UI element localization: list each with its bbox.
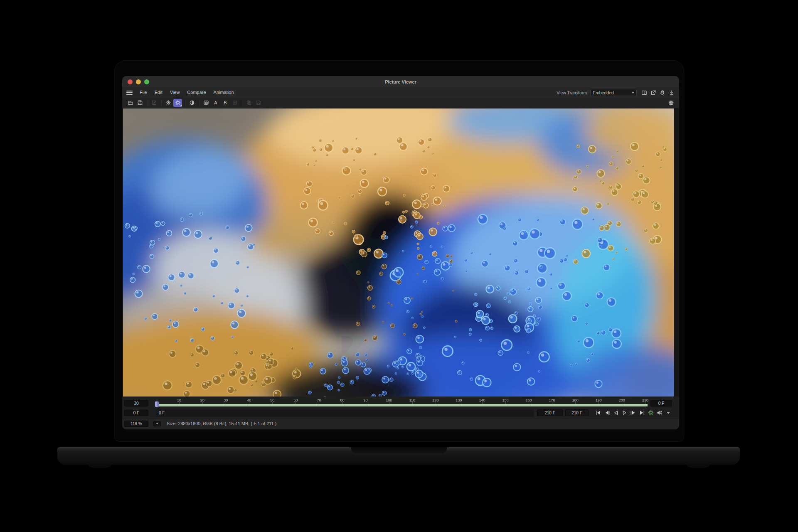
menu-compare[interactable]: Compare xyxy=(183,88,209,97)
ruler-tick-label: 160 xyxy=(526,398,532,402)
status-bar: 119 % Size: 2880x1800, RGB (8 Bit), 15.4… xyxy=(122,418,679,429)
ruler-tick xyxy=(645,402,645,404)
ruler-tick-label: 180 xyxy=(572,398,579,402)
timeline-panel: 30 1020304050607080901001101201301401501… xyxy=(122,397,679,429)
title-bar[interactable]: Picture Viewer xyxy=(122,76,679,88)
split-view-icon[interactable] xyxy=(640,89,648,96)
svg-text:A: A xyxy=(214,100,217,105)
ram-player-settings-button[interactable] xyxy=(647,409,655,416)
ruler-tick xyxy=(598,402,599,404)
menu-animation[interactable]: Animation xyxy=(210,88,238,97)
ruler-tick-label: 50 xyxy=(270,398,274,402)
ruler-tick-label: 210 xyxy=(642,398,648,402)
start-frame-field[interactable]: 0 F xyxy=(124,410,148,416)
color-profile-icon[interactable] xyxy=(667,99,675,107)
pan-hand-icon[interactable] xyxy=(659,89,666,96)
viewer-toolbar: AB xyxy=(122,97,679,108)
ruler-tick xyxy=(436,402,436,404)
ruler-tick-label: 60 xyxy=(293,398,298,402)
timeline-ruler-row: 30 1020304050607080901001101201301401501… xyxy=(122,397,679,407)
chevron-down-icon xyxy=(156,423,158,424)
toolbar-separator xyxy=(241,100,242,106)
menu-view[interactable]: View xyxy=(166,88,184,97)
ruler-tick-label: 200 xyxy=(619,398,625,402)
ruler-tick-label: 70 xyxy=(317,398,321,402)
image-info-text: Size: 2880x1800, RGB (8 Bit), 15.41 MB, … xyxy=(167,421,276,426)
ruler-tick xyxy=(459,402,459,404)
ruler-tick xyxy=(552,402,552,404)
ruler-tick xyxy=(389,402,389,404)
open-folder-icon[interactable] xyxy=(126,99,135,107)
ruler-tick-label: 190 xyxy=(596,398,602,402)
contrast-icon[interactable] xyxy=(187,99,196,107)
desktop-background: Picture Viewer FileEditViewCompareAnimat… xyxy=(0,0,798,532)
ruler-tick xyxy=(482,402,483,404)
menu-edit[interactable]: Edit xyxy=(151,88,166,97)
ruler-tick xyxy=(179,402,180,404)
laptop-lid-notch xyxy=(351,447,447,453)
ruler-tick xyxy=(226,402,226,404)
pop-out-icon[interactable] xyxy=(650,89,657,96)
render-settings-icon[interactable] xyxy=(164,99,172,107)
end-offset-field[interactable]: 0 F xyxy=(650,400,672,406)
ruler-tick-label: 80 xyxy=(340,398,345,402)
go-to-end-button[interactable] xyxy=(638,409,646,416)
set-b-icon[interactable]: B xyxy=(221,99,229,107)
ruler-tick-label: 130 xyxy=(456,398,462,402)
ruler-tick xyxy=(529,402,529,404)
zoom-preset-button[interactable] xyxy=(153,421,161,426)
menu-bar: FileEditViewCompareAnimation View Transf… xyxy=(122,88,679,97)
ruler-tick xyxy=(505,402,506,404)
menu-file[interactable]: File xyxy=(136,88,151,97)
ruler-tick-label: 20 xyxy=(200,398,204,402)
ab-compare-icon[interactable] xyxy=(202,99,210,107)
toolbar-separator xyxy=(185,100,185,106)
ruler-tick xyxy=(319,402,319,404)
ruler-tick-label: 100 xyxy=(386,398,392,402)
ruler-tick-label: 150 xyxy=(502,398,508,402)
ruler-tick xyxy=(202,402,203,404)
go-to-start-button[interactable] xyxy=(594,409,602,416)
ruler-tick xyxy=(296,402,296,404)
cached-frames-bar xyxy=(156,404,648,406)
range-end-field[interactable]: 210 F xyxy=(537,409,563,416)
ruler-tick xyxy=(342,402,343,404)
hamburger-menu-icon[interactable] xyxy=(126,91,133,95)
ruler-tick xyxy=(272,402,273,404)
zoom-level-field[interactable]: 119 % xyxy=(124,421,148,427)
ruler-tick-label: 90 xyxy=(364,398,368,402)
save-icon[interactable] xyxy=(135,99,144,107)
ruler-tick xyxy=(412,402,413,404)
playhead[interactable] xyxy=(155,401,159,407)
ruler-tick-label: 10 xyxy=(177,398,181,402)
view-transform-dropdown[interactable]: Embedded xyxy=(590,89,637,96)
svg-text:B: B xyxy=(224,100,227,105)
rendered-picture xyxy=(123,108,674,397)
ruler-tick-label: 30 xyxy=(224,398,228,402)
toolbar-separator xyxy=(161,100,161,106)
ruler-tick xyxy=(622,402,622,404)
step-backward-button[interactable] xyxy=(603,409,611,416)
set-a-icon[interactable]: A xyxy=(211,99,220,107)
timeline-ruler[interactable]: 1020304050607080901001101201301401501601… xyxy=(156,397,648,407)
ruler-tick-label: 170 xyxy=(549,398,555,402)
filter-settings-icon[interactable] xyxy=(173,99,182,107)
ruler-tick-label: 140 xyxy=(479,398,485,402)
ruler-tick-label: 110 xyxy=(409,398,415,402)
fps-field[interactable]: 30 xyxy=(124,400,148,406)
view-transform-value: Embedded xyxy=(593,90,632,95)
audio-toggle-button[interactable] xyxy=(655,409,663,416)
current-frame-label: 0 F xyxy=(156,411,165,415)
duration-field[interactable]: 210 F xyxy=(565,409,589,416)
preview-range-track[interactable]: 0 F xyxy=(156,409,534,416)
picture-viewer-window: Picture Viewer FileEditViewCompareAnimat… xyxy=(122,76,679,429)
more-options-button[interactable] xyxy=(664,409,672,416)
laptop-foot xyxy=(687,464,710,468)
play-backward-button[interactable] xyxy=(612,409,620,416)
image-viewport[interactable] xyxy=(122,108,679,397)
dock-down-icon[interactable] xyxy=(668,89,675,96)
ruler-tick xyxy=(366,402,366,404)
step-forward-button[interactable] xyxy=(629,409,637,416)
play-forward-button[interactable] xyxy=(621,409,628,416)
transport-controls xyxy=(594,409,672,416)
